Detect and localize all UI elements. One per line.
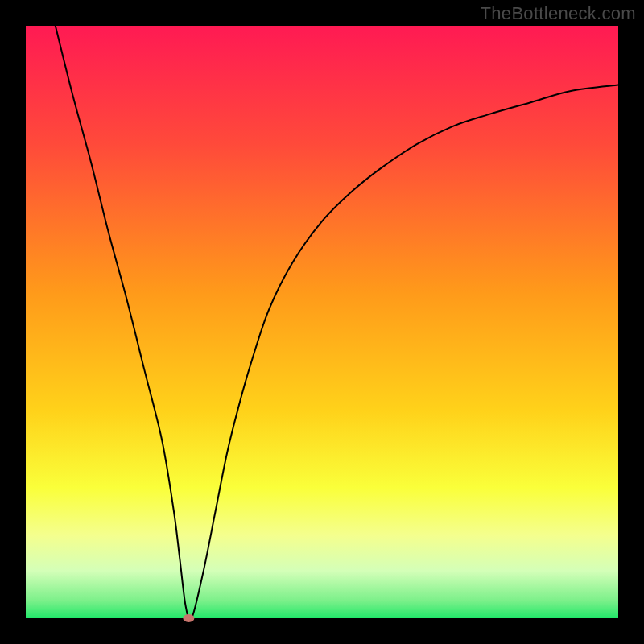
chart-frame: TheBottleneck.com: [0, 0, 644, 644]
minimum-marker: [183, 614, 194, 622]
chart-plot-area: [26, 26, 618, 618]
bottleneck-chart: [0, 0, 644, 644]
watermark-label: TheBottleneck.com: [481, 3, 636, 24]
